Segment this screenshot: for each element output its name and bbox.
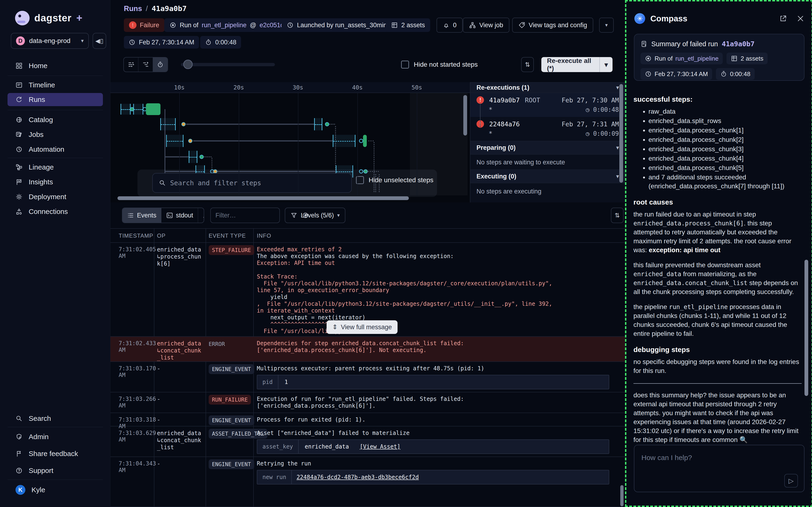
gantt-step-bar[interactable] bbox=[160, 118, 176, 130]
metadata-link[interactable]: 22484a76-dcd2-487b-aeb3-db3bece6cf2d bbox=[296, 474, 419, 481]
gantt-success-bar[interactable] bbox=[146, 103, 160, 115]
reexecutions-scrollbar[interactable] bbox=[619, 84, 623, 183]
preparing-section-header[interactable]: Preparing (0) ▾ bbox=[470, 141, 625, 155]
run-id-link[interactable]: 41a9a0b7 bbox=[489, 97, 520, 104]
table-row[interactable]: 7:31:03.170 AM-ENGINE_EVENTMultiprocess … bbox=[110, 362, 625, 392]
sidebar-item-label: Timeline bbox=[29, 81, 55, 89]
compass-chat-input[interactable] bbox=[634, 445, 804, 492]
table-row[interactable]: 7:31:03.318 AM-ENGINE_EVENTProcess for r… bbox=[110, 413, 625, 427]
assets-badge[interactable]: 2 assets bbox=[386, 18, 430, 32]
tab-stdout[interactable]: stdout bbox=[161, 208, 198, 223]
sidebar-item-connections[interactable]: Connections bbox=[7, 205, 103, 218]
sidebar-item-deployment[interactable]: Deployment bbox=[7, 190, 103, 203]
levels-label: Levels (5/6) bbox=[301, 212, 334, 219]
brand: dagster + bbox=[15, 11, 82, 25]
log-filter[interactable] bbox=[210, 208, 280, 223]
log-sort-button[interactable]: ⇅ bbox=[611, 208, 624, 223]
reexecution-run-row[interactable]: !22484a76Feb 27, 7:31 AM*◷ 0:00:09 bbox=[470, 117, 625, 141]
step-search[interactable] bbox=[152, 173, 352, 193]
list-item: and 7 additional steps succeeded (enrich… bbox=[648, 173, 802, 191]
sidebar-item-catalog[interactable]: Catalog bbox=[7, 113, 103, 126]
send-button[interactable]: ▷ bbox=[784, 474, 798, 488]
flat-view-button[interactable] bbox=[124, 58, 139, 72]
search-icon bbox=[159, 179, 166, 186]
zoom-slider-track[interactable] bbox=[181, 63, 275, 66]
breadcrumb-runs-link[interactable]: Runs bbox=[124, 4, 142, 13]
gantt-horizontal-scrollbar[interactable] bbox=[117, 196, 409, 200]
summary-date-badge: Feb 27, 7:30:14 AM bbox=[641, 68, 712, 80]
collapse-sidebar-button[interactable]: ◀▯ bbox=[93, 33, 106, 49]
table-row[interactable]: 7:31:03.266 AM-RUN_FAILUREExecution of r… bbox=[110, 392, 625, 413]
workspace-selector[interactable]: D data-eng-prod ▾ bbox=[11, 33, 89, 49]
reexecutions-title: Re-executions (1) bbox=[477, 84, 529, 91]
metadata-link[interactable]: [View Asset] bbox=[360, 443, 400, 450]
sidebar-item-timeline[interactable]: Timeline bbox=[7, 78, 103, 92]
open-external-icon[interactable] bbox=[779, 14, 787, 22]
alerts-button[interactable]: 0 bbox=[437, 18, 463, 33]
brand-name: dagster bbox=[34, 12, 72, 24]
sidebar-item-insights[interactable]: Insights bbox=[7, 175, 103, 188]
cell-info: Execution of run for "run_etl_pipeline" … bbox=[257, 396, 611, 409]
sidebar-item-admin[interactable]: Admin bbox=[7, 430, 103, 443]
zoom-slider-knob[interactable] bbox=[183, 60, 193, 69]
hide-not-started-checkbox[interactable] bbox=[401, 61, 409, 68]
sidebar-item-jobs[interactable]: Jobs bbox=[7, 128, 103, 141]
step-search-input[interactable] bbox=[170, 179, 335, 187]
more-actions-button[interactable]: ▾ bbox=[599, 18, 614, 33]
chevron-down-icon: ▾ bbox=[337, 212, 340, 218]
sidebar-item-support[interactable]: Support bbox=[7, 464, 103, 477]
tab-events[interactable]: Events bbox=[122, 208, 161, 223]
run-id-link[interactable]: 22484a76 bbox=[489, 120, 520, 128]
shield-icon bbox=[15, 433, 22, 440]
waterfall-view-button[interactable] bbox=[139, 58, 153, 72]
gantt-step-bar[interactable] bbox=[120, 104, 130, 115]
compass-title: Compass bbox=[650, 14, 774, 23]
table-row[interactable]: 7:31:04.343 AM-ENGINE_EVENTRetrying the … bbox=[110, 457, 625, 507]
sidebar-item-automation[interactable]: Automation bbox=[7, 143, 103, 156]
sidebar-item-lineage[interactable]: Lineage bbox=[7, 161, 103, 174]
view-tags-button[interactable]: View tags and config bbox=[512, 18, 593, 33]
events-scrollbar[interactable] bbox=[620, 485, 624, 506]
run-date: Feb 27, 7:31 AM bbox=[561, 120, 619, 128]
pipeline-link[interactable]: run_etl_pipeline bbox=[675, 55, 719, 62]
gantt-step-bar[interactable] bbox=[166, 135, 183, 147]
close-icon[interactable] bbox=[797, 14, 805, 22]
table-row[interactable]: 7:31:02.433 AMenriched_data ↳concat_chun… bbox=[110, 337, 625, 362]
reexecute-all-button[interactable]: Re-execute all (*) ▾ bbox=[541, 57, 612, 72]
gridline bbox=[357, 93, 358, 195]
duration-label: 0:00:48 bbox=[730, 70, 750, 78]
gantt-step-bar[interactable] bbox=[133, 104, 143, 115]
sidebar-item-runs[interactable]: Runs bbox=[7, 93, 103, 106]
gantt-vertical-scrollbar[interactable] bbox=[463, 95, 467, 135]
log-line: ^^^^^^^^^^^^^^^^^^^^^^^^^^^^ bbox=[257, 321, 611, 328]
reexecution-order-button[interactable]: ⇅ bbox=[521, 57, 534, 72]
gantt-step-bar[interactable] bbox=[333, 135, 356, 147]
table-row[interactable]: 7:31:03.629 AMenriched_data ↳concat_chun… bbox=[110, 427, 625, 457]
gantt-success-bar[interactable] bbox=[363, 135, 367, 147]
timed-view-button[interactable] bbox=[153, 58, 167, 72]
pipeline-link[interactable]: run_etl_pipeline bbox=[202, 21, 247, 29]
alerts-count: 0 bbox=[453, 21, 456, 29]
reexecution-run-row[interactable]: !41a9a0b7ROOTFeb 27, 7:30 AM*◷ 0:00:48 bbox=[470, 93, 625, 117]
events-log[interactable]: ⇕ View full message 7:31:02.405 AMenrich… bbox=[110, 243, 625, 507]
cell-event-type: ENGINE_EVENT bbox=[209, 364, 254, 374]
sidebar-item-search[interactable]: Search bbox=[7, 412, 103, 425]
gantt-chart[interactable]: 10s20s30s40s50s Hide unselected steps bbox=[110, 82, 470, 203]
run-date: Feb 27, 7:30 AM bbox=[561, 97, 619, 104]
tab-stderr[interactable]: stderr bbox=[198, 208, 204, 223]
reexecutions-section-header[interactable]: Re-executions (1) ▾ bbox=[470, 82, 625, 93]
sidebar-item-share-feedback[interactable]: Share feedback bbox=[7, 447, 103, 460]
summary-run-id[interactable]: 41a9a0b7 bbox=[722, 40, 755, 48]
levels-dropdown[interactable]: Levels (5/6) ▾ bbox=[285, 208, 345, 223]
compass-scrollbar[interactable] bbox=[805, 260, 808, 396]
view-full-message-button[interactable]: ⇕ View full message bbox=[327, 320, 397, 334]
gantt-step-bar[interactable] bbox=[314, 118, 322, 130]
executing-section-header[interactable]: Executing (0) ▾ bbox=[470, 170, 625, 183]
view-job-button[interactable]: View job bbox=[463, 18, 509, 33]
reexecute-dropdown[interactable]: ▾ bbox=[599, 57, 612, 72]
gantt-step-bar[interactable] bbox=[189, 151, 197, 163]
section-heading: root causes bbox=[634, 198, 802, 207]
sidebar-item-label: Home bbox=[29, 62, 48, 70]
sidebar-item-home[interactable]: Home bbox=[7, 59, 103, 72]
user-menu[interactable]: K Kyle bbox=[7, 483, 103, 496]
